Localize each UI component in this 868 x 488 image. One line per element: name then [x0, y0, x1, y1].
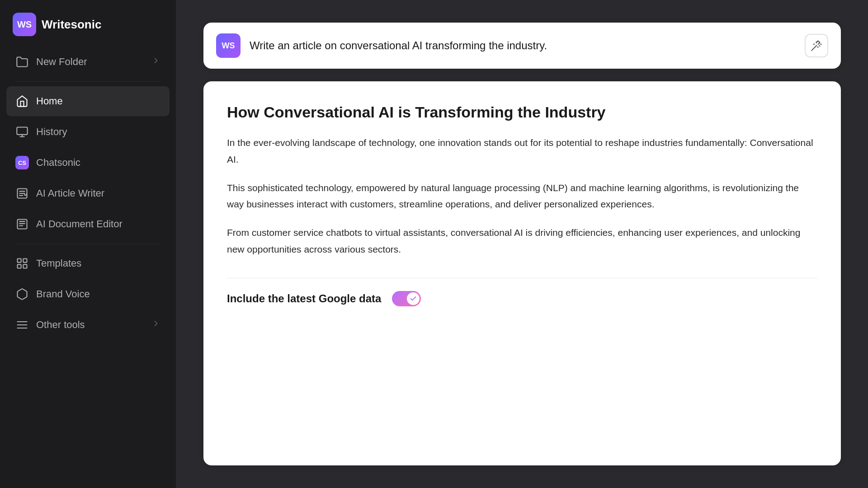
- article-divider: [227, 278, 817, 278]
- sidebar-item-ai-article-writer[interactable]: AI Article Writer: [6, 178, 170, 208]
- templates-icon: [15, 257, 29, 270]
- google-data-label: Include the latest Google data: [227, 292, 381, 305]
- sidebar-item-label: AI Article Writer: [36, 188, 104, 199]
- toggle-track[interactable]: [392, 291, 421, 306]
- sidebar-item-label: Home: [36, 95, 63, 107]
- sidebar-item-label: AI Document Editor: [36, 218, 123, 230]
- sidebar-item-new-folder[interactable]: New Folder: [6, 47, 170, 77]
- app-name: Writesonic: [42, 18, 101, 32]
- svg-rect-11: [18, 259, 21, 263]
- home-icon: [15, 94, 29, 108]
- checkmark-icon: [410, 295, 417, 302]
- chevron-right-icon: [151, 56, 160, 68]
- brand-voice-icon: [15, 287, 29, 301]
- article-writer-icon: [15, 187, 29, 200]
- article-paragraph-3: From customer service chatbots to virtua…: [227, 225, 817, 258]
- sidebar-item-history[interactable]: History: [6, 117, 170, 147]
- svg-rect-0: [17, 127, 27, 135]
- svg-rect-12: [23, 259, 27, 263]
- sidebar-item-label: Other tools: [36, 319, 85, 331]
- magic-wand-icon: [811, 40, 822, 52]
- sidebar-item-brand-voice[interactable]: Brand Voice: [6, 279, 170, 309]
- sidebar: WS Writesonic New Folder: [0, 0, 176, 488]
- magic-wand-button[interactable]: [805, 34, 828, 57]
- chevron-right-icon: [151, 319, 160, 331]
- sidebar-item-home[interactable]: Home: [6, 86, 170, 116]
- svg-rect-14: [23, 264, 27, 268]
- writesonic-logo-icon: WS: [13, 13, 36, 36]
- article-card: How Conversational AI is Transforming th…: [203, 81, 841, 465]
- svg-rect-13: [18, 264, 21, 268]
- sidebar-item-chatsonic[interactable]: CS Chatsonic: [6, 148, 170, 178]
- sidebar-item-label: History: [36, 126, 67, 138]
- nav-divider-2: [15, 244, 160, 244]
- sidebar-item-other-tools[interactable]: Other tools: [6, 310, 170, 340]
- article-paragraph-1: In the ever-evolving landscape of techno…: [227, 135, 817, 168]
- logo-area: WS Writesonic: [0, 0, 176, 47]
- history-icon: [15, 125, 29, 139]
- nav-divider: [15, 81, 160, 82]
- sidebar-item-label: Chatsonic: [36, 157, 80, 169]
- google-data-row: Include the latest Google data: [227, 291, 817, 306]
- main-content: WS Write an article on conversational AI…: [176, 0, 868, 488]
- prompt-text: Write an article on conversational AI tr…: [250, 39, 796, 52]
- document-editor-icon: [15, 217, 29, 231]
- other-tools-icon: [15, 318, 29, 332]
- chatsonic-icon: CS: [15, 156, 29, 169]
- nav-items: New Folder Home: [0, 47, 176, 488]
- prompt-card: WS Write an article on conversational AI…: [203, 23, 841, 69]
- sidebar-item-label: Templates: [36, 258, 81, 269]
- sidebar-item-label: New Folder: [36, 56, 87, 68]
- svg-rect-7: [18, 220, 27, 229]
- article-paragraph-2: This sophisticated technology, empowered…: [227, 180, 817, 213]
- ws-avatar: WS: [216, 33, 241, 58]
- sidebar-item-label: Brand Voice: [36, 288, 90, 300]
- sidebar-item-ai-document-editor[interactable]: AI Document Editor: [6, 209, 170, 239]
- sidebar-item-templates[interactable]: Templates: [6, 249, 170, 278]
- toggle-thumb: [407, 292, 420, 305]
- article-title: How Conversational AI is Transforming th…: [227, 102, 817, 122]
- google-data-toggle[interactable]: [392, 291, 421, 306]
- folder-icon: [15, 55, 29, 69]
